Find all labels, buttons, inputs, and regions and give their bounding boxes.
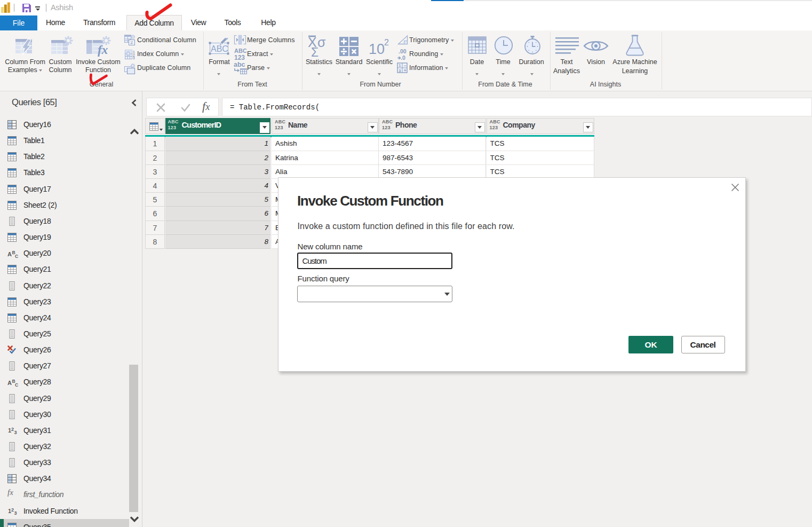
svg-text:fx: fx <box>98 43 108 57</box>
svg-text:A: A <box>7 380 12 386</box>
svg-text:3: 3 <box>14 510 17 516</box>
svg-text:123: 123 <box>234 54 245 61</box>
svg-text:2: 2 <box>11 427 14 432</box>
svg-text:C: C <box>15 254 18 258</box>
svg-text:3: 3 <box>133 56 135 60</box>
svg-text:2: 2 <box>11 507 14 513</box>
svg-text:+: + <box>403 68 406 73</box>
svg-text:3: 3 <box>14 430 17 435</box>
svg-text:10: 10 <box>369 41 385 56</box>
svg-text:.0: .0 <box>401 54 405 61</box>
svg-text:3: 3 <box>399 68 401 73</box>
svg-text:Σ: Σ <box>311 45 319 57</box>
svg-text:abc: abc <box>234 61 245 68</box>
svg-text:σ: σ <box>317 35 326 50</box>
svg-text:.00: .00 <box>399 49 407 54</box>
svg-text:ABC: ABC <box>234 48 246 54</box>
svg-text:2: 2 <box>384 38 389 47</box>
svg-text:≠: ≠ <box>131 40 133 45</box>
svg-text:C: C <box>15 382 18 387</box>
svg-text:A: A <box>7 251 12 257</box>
svg-text:1: 1 <box>399 63 401 68</box>
